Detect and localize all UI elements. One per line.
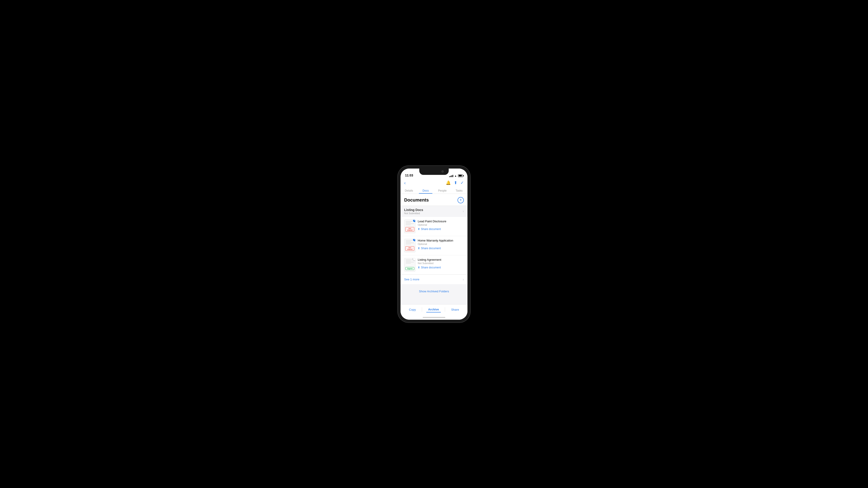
share-button[interactable]: Share (450, 307, 461, 312)
section-title: Listing Docs (404, 208, 423, 212)
list-item: Signed Listing Agreement Not Submitted ⬆… (401, 255, 467, 274)
divider (445, 307, 445, 312)
share-label: Share document (421, 247, 441, 250)
archive-button[interactable]: Archive (426, 307, 441, 313)
notch (419, 168, 449, 175)
share-icon: ⬆ (418, 228, 420, 231)
tab-docs[interactable]: Docs (417, 187, 434, 194)
signal-bar-1 (449, 176, 450, 177)
camera (441, 170, 444, 173)
doc-line (406, 242, 414, 243)
chevron-right-icon: › (463, 209, 464, 213)
status-badge: Not shared (405, 246, 414, 251)
bell-icon[interactable]: 🔔 (446, 180, 451, 185)
archived-label: Show Archived Folders (419, 290, 449, 293)
doc-line (406, 222, 411, 223)
doc-line (406, 262, 414, 262)
back-button[interactable]: ‹ (404, 180, 407, 186)
share-document-button[interactable]: ⬆ Share document (418, 266, 464, 269)
share-label: Share document (421, 266, 441, 269)
plus-icon: + (460, 198, 462, 202)
document-list: Not shared ✓ Lead Paint Disclosure Optio… (401, 217, 467, 274)
home-indicator (401, 315, 467, 320)
see-more-button[interactable]: See 1 more › (401, 274, 467, 284)
check-circle-icon: ✓ (412, 239, 415, 242)
doc-line (406, 225, 411, 225)
signal-bar-3 (452, 175, 452, 177)
status-icons: ▲ (449, 174, 463, 177)
doc-status: Optional (418, 242, 464, 246)
share-box-icon[interactable]: ⬆ (454, 180, 457, 185)
doc-name: Lead Paint Disclosure (418, 220, 464, 223)
doc-thumbnail-lead-paint: Not shared ✓ (404, 220, 415, 233)
doc-status: Optional (418, 223, 464, 226)
doc-lines (406, 221, 414, 226)
phone-screen: 11:03 ▲ ‹ 🔔 ⬆ ✓ (401, 168, 467, 320)
share-label: Share document (421, 228, 441, 231)
share-icon: ⬆ (418, 247, 420, 250)
doc-info: Listing Agreement Not Submitted ⬆ Share … (418, 258, 464, 269)
doc-thumbnail-listing-agreement: Signed (404, 258, 415, 271)
check-square-icon[interactable]: ✓ (460, 180, 464, 185)
nav-header: ‹ 🔔 ⬆ ✓ (401, 178, 467, 187)
section-header-text: Listing Docs Not Submitted (404, 208, 423, 215)
doc-line (406, 244, 411, 244)
battery-tip (463, 175, 464, 176)
main-content: Documents + Listing Docs Not Submitted › (401, 194, 467, 304)
empty-circle-icon (412, 258, 415, 261)
listing-docs-section-header[interactable]: Listing Docs Not Submitted › (401, 205, 467, 217)
wifi-icon: ▲ (454, 174, 457, 177)
copy-button[interactable]: Copy (407, 307, 417, 312)
doc-line (406, 261, 411, 261)
tab-details[interactable]: Details (401, 187, 417, 194)
phone-frame: 11:03 ▲ ‹ 🔔 ⬆ ✓ (398, 166, 470, 322)
share-document-button[interactable]: ⬆ Share document (418, 228, 464, 231)
doc-line (406, 263, 411, 263)
battery-icon (458, 174, 463, 177)
nav-icons: 🔔 ⬆ ✓ (446, 180, 464, 185)
tab-people[interactable]: People (434, 187, 451, 194)
signal-bar-4 (453, 175, 453, 177)
show-archived-button[interactable]: Show Archived Folders (401, 286, 467, 297)
chevron-right-icon: › (463, 278, 464, 282)
check-circle-icon: ✓ (412, 220, 415, 223)
signal-bars (449, 174, 453, 177)
status-badge: Signed (405, 267, 414, 270)
signal-bar-2 (450, 176, 451, 177)
add-document-button[interactable]: + (458, 197, 464, 203)
list-item: Not shared ✓ Lead Paint Disclosure Optio… (401, 217, 467, 236)
doc-lines (406, 260, 414, 264)
status-time: 11:03 (405, 173, 413, 177)
doc-status: Not Submitted (418, 262, 464, 265)
doc-name: Home Warranty Application (418, 239, 464, 242)
doc-info: Home Warranty Application Optional ⬆ Sha… (418, 239, 464, 250)
share-icon: ⬆ (418, 266, 420, 269)
see-more-label: See 1 more (404, 278, 419, 281)
bottom-action-bar: Copy Archive Share (401, 304, 467, 315)
tab-bar: Details Docs People Tasks (401, 187, 467, 194)
doc-thumbnail-home-warranty: Not shared ✓ (404, 239, 415, 252)
page-title: Documents (404, 197, 429, 203)
status-badge: Not shared (405, 227, 414, 232)
doc-line (406, 241, 411, 242)
docs-header: Documents + (401, 194, 467, 205)
tab-tasks[interactable]: Tasks (451, 187, 467, 194)
section-subtitle: Not Submitted (404, 212, 423, 215)
list-item: Not shared ✓ Home Warranty Application O… (401, 236, 467, 255)
share-document-button[interactable]: ⬆ Share document (418, 247, 464, 250)
doc-line (406, 223, 414, 224)
battery-fill (459, 175, 462, 176)
doc-info: Lead Paint Disclosure Optional ⬆ Share d… (418, 220, 464, 231)
home-bar (423, 317, 445, 318)
doc-name: Listing Agreement (418, 258, 464, 261)
doc-lines (406, 240, 414, 245)
